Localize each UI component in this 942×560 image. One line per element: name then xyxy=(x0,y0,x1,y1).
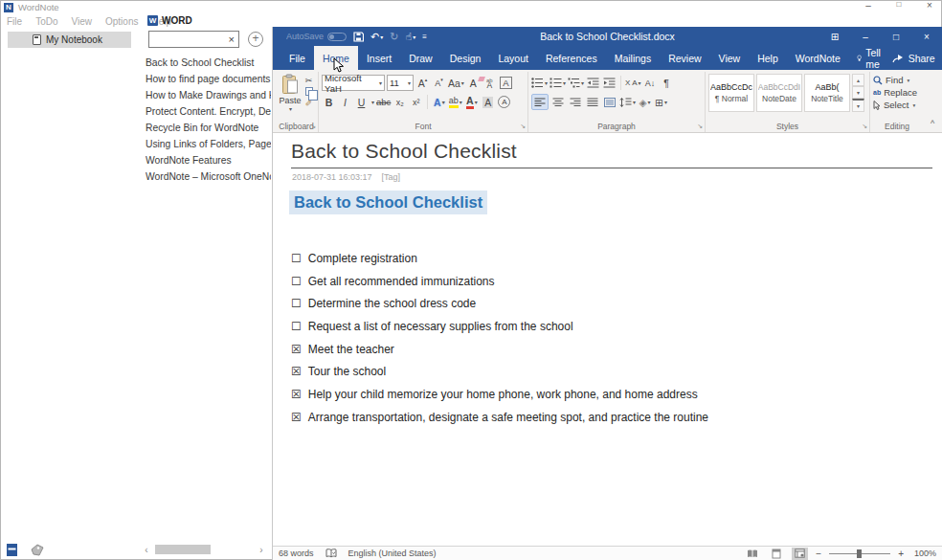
ribbon-tab[interactable]: Home xyxy=(314,46,358,70)
find-button[interactable]: Find▾ xyxy=(873,74,921,86)
shading-button[interactable]: ◈▾ xyxy=(638,94,652,110)
show-formatting-marks-button[interactable]: ¶ xyxy=(660,75,674,91)
checkbox-icon[interactable]: ☒ xyxy=(291,388,302,401)
redo-button[interactable]: ↻ xyxy=(390,31,398,43)
page-list-item[interactable]: Recycle Bin for WordNote xyxy=(146,120,271,136)
align-left-button[interactable] xyxy=(531,94,549,110)
scroll-thumb[interactable] xyxy=(155,545,211,554)
styles-dialog-launcher-icon[interactable]: ↘ xyxy=(862,123,867,130)
search-input[interactable] xyxy=(149,34,225,45)
italic-button[interactable]: I xyxy=(338,94,352,110)
distribute-text-button[interactable] xyxy=(602,94,617,110)
undo-dropdown-icon[interactable]: ▾ xyxy=(380,34,383,40)
app-minimize-button[interactable]: – xyxy=(862,0,875,11)
ribbon-tab[interactable]: Review xyxy=(660,46,709,70)
numbering-button[interactable]: ▾ xyxy=(550,75,566,91)
menu-item[interactable]: ToDo xyxy=(35,16,57,27)
copy-icon[interactable] xyxy=(303,86,315,97)
checklist-item[interactable]: ☐ Request a list of necessary supplies f… xyxy=(291,315,708,338)
word-close-button[interactable]: × xyxy=(911,32,942,42)
replace-button[interactable]: ab Replace xyxy=(873,86,921,99)
word-minimize-button[interactable]: – xyxy=(850,32,881,42)
sort-button[interactable]: A↓ xyxy=(643,75,658,91)
touch-mode-dropdown-icon[interactable]: ▾ xyxy=(413,34,415,40)
select-button[interactable]: Select▾ xyxy=(873,99,921,111)
enclose-characters-button[interactable]: A xyxy=(497,94,511,110)
ribbon-tab[interactable]: Design xyxy=(441,46,490,70)
ribbon-tab[interactable]: Help xyxy=(749,46,787,70)
save-button[interactable] xyxy=(353,32,364,42)
undo-button[interactable]: ↶▾ xyxy=(370,31,383,43)
app-close-button[interactable]: × xyxy=(923,0,936,11)
underline-button[interactable]: U xyxy=(354,94,369,110)
add-page-button[interactable]: + xyxy=(248,32,263,47)
zoom-slider[interactable] xyxy=(829,549,890,559)
share-button[interactable]: Share xyxy=(892,53,935,64)
page-list-item[interactable]: Back to School Checklist xyxy=(146,55,271,71)
checklist-item[interactable]: ☐ Determine the school dress code xyxy=(291,292,708,315)
document-canvas[interactable]: Back to School Checklist 2018-07-31 16:0… xyxy=(273,133,942,546)
justify-button[interactable] xyxy=(585,94,600,110)
style-card[interactable]: AaBbCcDc ¶ Normal xyxy=(708,74,754,112)
proofing-icon[interactable] xyxy=(325,549,337,558)
page-list-item[interactable]: Using Links of Folders, Pages, and Pa xyxy=(146,136,271,152)
checkbox-icon[interactable]: ☐ xyxy=(291,320,302,333)
text-highlight-button[interactable]: ab▾ xyxy=(448,94,462,110)
page-list-item[interactable]: WordNote Features xyxy=(146,152,271,168)
align-right-button[interactable] xyxy=(568,94,583,110)
clipboard-dialog-launcher-icon[interactable]: ↘ xyxy=(310,123,316,130)
my-notebook-button[interactable]: My Notebook xyxy=(8,32,131,48)
page-list-item[interactable]: How to Make Drawings and Handwritin xyxy=(146,87,271,103)
underline-dropdown-icon[interactable]: ▾ xyxy=(371,99,374,105)
paste-dropdown-icon[interactable]: ▾ xyxy=(289,105,292,112)
ribbon-tab[interactable]: Draw xyxy=(400,46,441,70)
checkbox-icon[interactable]: ☐ xyxy=(291,252,302,265)
page-list-item[interactable]: WordNote – Microsoft OneNote Altern xyxy=(146,168,271,185)
checklist-item[interactable]: ☐ Complete registration xyxy=(291,247,708,270)
strikethrough-button[interactable]: abc xyxy=(376,94,391,110)
ribbon-tab[interactable]: Mailings xyxy=(606,46,661,70)
styles-scroll-up-icon[interactable]: ▴ xyxy=(852,74,864,86)
tell-me-button[interactable]: Tell me xyxy=(849,46,892,70)
touch-mode-button[interactable]: ☝▾ xyxy=(405,31,415,43)
paragraph-dialog-launcher-icon[interactable]: ↘ xyxy=(697,123,703,130)
read-mode-button[interactable] xyxy=(744,548,760,560)
multilevel-list-button[interactable]: ▾ xyxy=(568,75,584,91)
checklist-item[interactable]: ☒ Meet the teacher xyxy=(291,338,708,361)
font-dialog-launcher-icon[interactable]: ↘ xyxy=(520,123,526,130)
cut-icon[interactable]: ✂ xyxy=(303,75,315,85)
paste-button[interactable]: Paste ▾ xyxy=(278,74,303,112)
scroll-track[interactable] xyxy=(151,544,257,555)
ribbon-tab[interactable]: Layout xyxy=(489,46,537,70)
scroll-left-icon[interactable]: ‹ xyxy=(142,545,151,555)
line-spacing-button[interactable]: ▾ xyxy=(619,94,636,110)
checkbox-icon[interactable]: ☐ xyxy=(291,275,302,288)
grow-font-button[interactable]: A▴ xyxy=(415,75,430,91)
checklist-item[interactable]: ☒ Help your child memorize your home pho… xyxy=(291,383,708,406)
sidebar-hscrollbar[interactable]: ‹ › xyxy=(142,544,266,555)
menu-item[interactable]: Options xyxy=(105,16,138,27)
tag-icon[interactable] xyxy=(31,544,45,556)
bullets-button[interactable]: ▾ xyxy=(531,75,548,91)
ribbon-tab[interactable]: References xyxy=(537,46,606,70)
styles-scroll-down-icon[interactable]: ▾ xyxy=(852,86,864,99)
zoom-slider-thumb[interactable] xyxy=(857,549,862,558)
checklist-item[interactable]: ☒ Arrange transportation, designate a sa… xyxy=(291,406,708,429)
notebook-status-icon[interactable] xyxy=(6,543,18,557)
shrink-font-button[interactable]: A▾ xyxy=(432,75,446,91)
superscript-button[interactable]: x² xyxy=(409,94,423,110)
ribbon-tab[interactable]: WordNote xyxy=(787,46,849,70)
checkbox-icon[interactable]: ☐ xyxy=(291,297,302,310)
font-name-combobox[interactable]: Microsoft YaH▾ xyxy=(322,75,385,91)
app-maximize-button[interactable]: □ xyxy=(892,0,906,11)
font-size-combobox[interactable]: 11▾ xyxy=(387,75,414,91)
borders-button[interactable]: ⊞▾ xyxy=(654,94,668,110)
subscript-button[interactable]: x₂ xyxy=(392,94,407,110)
search-clear-icon[interactable]: × xyxy=(225,34,238,45)
ribbon-tab[interactable]: View xyxy=(710,46,750,70)
collapse-ribbon-icon[interactable]: ^ xyxy=(931,119,934,128)
customize-qat-icon[interactable]: ≡ xyxy=(422,33,427,41)
change-case-button[interactable]: Aa▾ xyxy=(448,75,464,91)
font-color-button[interactable]: A▾ xyxy=(464,94,479,110)
style-card[interactable]: AaBbCcDdI NoteDate xyxy=(756,74,802,112)
